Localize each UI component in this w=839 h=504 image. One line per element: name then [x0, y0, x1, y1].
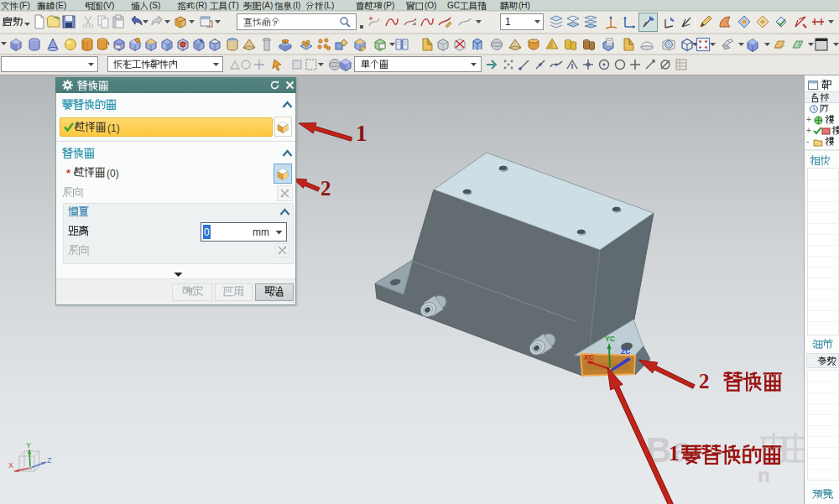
svg-text:X: X [8, 461, 13, 470]
svg-text:Z: Z [47, 456, 52, 465]
svg-text:ZC: ZC [621, 347, 630, 356]
svg-text:YC: YC [605, 335, 615, 343]
svg-text:n: n [758, 464, 770, 486]
svg-text:Y: Y [26, 441, 31, 449]
svg-text:XC: XC [584, 353, 594, 361]
